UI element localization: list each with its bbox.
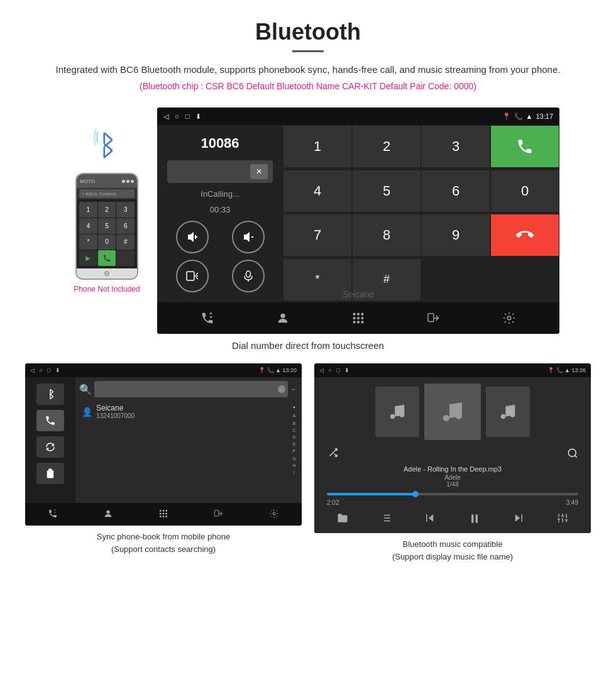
music-art-right — [486, 387, 530, 437]
music-nav-back-icon[interactable]: ◁ — [319, 367, 324, 373]
music-nav-square-icon[interactable]: □ — [336, 367, 339, 373]
pb-bottom-dialpad-icon[interactable] — [158, 509, 168, 521]
bluetooth-icon — [91, 126, 123, 164]
dial-key-6[interactable]: 6 — [421, 170, 490, 212]
contacts-icon[interactable] — [272, 307, 294, 329]
search-music-icon[interactable] — [567, 448, 578, 461]
settings-icon[interactable] — [498, 307, 520, 329]
pb-nav-circle-icon[interactable]: ○ — [40, 367, 43, 373]
pb-bottom-call-icon[interactable] — [48, 509, 58, 521]
pb-sync-btn[interactable] — [36, 436, 64, 458]
dial-key-9[interactable]: 9 — [421, 214, 490, 256]
dial-key-5[interactable]: 5 — [352, 170, 421, 212]
phonebook-car-screen: ◁ ○ □ ⬇ 📍 📞 ▲ 13:20 — [25, 363, 302, 526]
next-track-icon[interactable] — [513, 512, 524, 527]
dial-key-7[interactable]: 7 — [283, 214, 352, 256]
svg-line-55 — [575, 455, 576, 457]
phone-mockup: MOTO + Add to Contacts 1 2 3 — [75, 173, 138, 280]
play-pause-icon[interactable] — [468, 512, 481, 527]
bluetooth-icon-area — [91, 126, 123, 167]
music-progress-bar[interactable] — [327, 493, 578, 495]
pb-delete-btn[interactable] — [36, 463, 64, 484]
bt-specs: (Bluetooth chip : CSR BC6 Default Blueto… — [13, 81, 603, 91]
pb-contact-item[interactable]: 👤 Seicane 13241007000 — [79, 401, 290, 422]
svg-point-46 — [390, 414, 395, 419]
svg-line-4 — [104, 143, 113, 150]
music-time-row: 2:02 3:49 — [321, 499, 585, 506]
dial-key-8[interactable]: 8 — [352, 214, 421, 256]
pb-phone-btn[interactable] — [36, 410, 64, 431]
svg-point-48 — [443, 415, 449, 421]
nav-square-icon[interactable]: □ — [185, 113, 190, 120]
pb-bluetooth-btn[interactable] — [36, 383, 64, 405]
pb-back-arrow-icon[interactable]: ← — [290, 385, 298, 394]
phone-dialpad: 1 2 3 4 5 6 * 0 # ▶ 📞 — [77, 199, 137, 268]
phonebook-body: 🔍 ← 👤 Seicane 13241 — [25, 377, 302, 503]
svg-rect-24 — [353, 321, 356, 324]
music-art-row — [375, 383, 530, 440]
dial-key-4[interactable]: 4 — [283, 170, 352, 212]
music-caption: Bluetooth music compatible (Support disp… — [314, 538, 591, 563]
playlist-icon[interactable] — [380, 512, 392, 527]
pb-nav-square-icon[interactable]: □ — [47, 367, 50, 373]
dial-key-star[interactable]: * — [283, 258, 352, 301]
pb-bottom-contacts-icon[interactable] — [103, 509, 113, 521]
svg-rect-11 — [187, 272, 194, 280]
music-time: 13:26 — [571, 367, 586, 373]
pb-nav-back-icon[interactable]: ◁ — [30, 367, 35, 373]
dialpad-icon[interactable] — [347, 307, 370, 329]
volume-down-button[interactable] — [232, 221, 265, 253]
pb-bottom-transfer-icon[interactable] — [214, 509, 224, 521]
pb-left-panel — [25, 377, 75, 503]
nav-circle-icon[interactable]: ○ — [175, 113, 179, 120]
svg-rect-65 — [475, 514, 477, 522]
backspace-button[interactable]: ✕ — [250, 164, 268, 179]
dial-key-2[interactable]: 2 — [352, 125, 421, 168]
equalizer-icon[interactable] — [557, 512, 568, 527]
svg-rect-40 — [165, 512, 167, 514]
prev-track-icon[interactable] — [424, 512, 436, 527]
bt-call-icon[interactable] — [196, 307, 219, 329]
svg-rect-20 — [361, 313, 364, 316]
svg-rect-18 — [353, 313, 356, 316]
music-status-bar: ◁ ○ □ ⬇ 📍 📞 ▲ 13:26 — [314, 363, 591, 377]
pb-nav-icons: ◁ ○ □ ⬇ — [30, 367, 60, 373]
dial-key-1[interactable]: 1 — [283, 125, 352, 168]
music-art-left — [375, 387, 419, 437]
main-caption: Dial number direct from touchscreen — [0, 340, 616, 351]
nav-back-icon[interactable]: ◁ — [163, 113, 168, 121]
svg-point-47 — [400, 412, 405, 417]
pb-location-icon: 📍 — [258, 367, 265, 373]
pb-search-icon[interactable]: 🔍 — [79, 383, 92, 395]
bluetooth-transfer-button[interactable] — [176, 260, 209, 292]
svg-rect-22 — [357, 317, 360, 319]
music-title: Adele - Rolling In the Deep.mp3 — [404, 465, 502, 473]
music-time-total: 3:49 — [566, 499, 578, 506]
pb-contact-icon: 👤 — [82, 407, 92, 417]
dial-key-3[interactable]: 3 — [421, 125, 490, 168]
call-screen-status-bar: ◁ ○ □ ⬇ 📍 📞 ▲ 13:17 — [157, 108, 559, 125]
folder-icon[interactable] — [337, 512, 348, 527]
nav-download-icon: ⬇ — [195, 113, 201, 121]
svg-point-54 — [568, 449, 576, 456]
svg-rect-36 — [163, 510, 165, 512]
phone-mockup-area: MOTO + Add to Contacts 1 2 3 — [57, 108, 157, 294]
pb-contact-name: Seicane — [96, 404, 135, 412]
pb-bottom-settings-icon[interactable] — [269, 509, 279, 521]
pb-search-bar[interactable] — [94, 381, 288, 397]
title-divider — [292, 50, 324, 52]
music-status-right: 📍 📞 ▲ 13:26 — [547, 367, 586, 373]
bottom-screens: ◁ ○ □ ⬇ 📍 📞 ▲ 13:20 — [0, 363, 616, 563]
mute-button[interactable] — [232, 260, 265, 292]
volume-up-button[interactable] — [176, 221, 209, 253]
dial-key-0[interactable]: 0 — [490, 170, 559, 212]
svg-point-17 — [280, 314, 285, 318]
page-title: Bluetooth — [13, 19, 603, 45]
shuffle-icon[interactable] — [327, 448, 339, 461]
dial-call-button[interactable] — [490, 125, 559, 168]
transfer-icon[interactable] — [422, 307, 445, 329]
dial-end-button[interactable] — [490, 214, 559, 256]
music-nav-circle-icon[interactable]: ○ — [329, 367, 332, 373]
dial-key-hash[interactable]: # — [352, 258, 421, 301]
music-screen-wrap: ◁ ○ □ ⬇ 📍 📞 ▲ 13:26 — [314, 363, 591, 563]
